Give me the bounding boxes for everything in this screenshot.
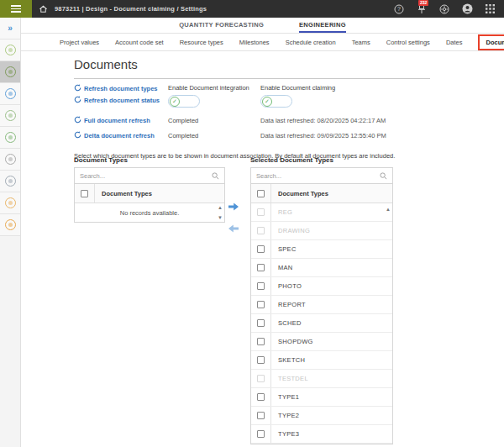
document-type-row[interactable]: REPORT [251, 296, 392, 314]
move-right-arrow-button[interactable] [228, 199, 239, 208]
document-type-row[interactable]: REG [251, 203, 392, 222]
module-document-icon[interactable] [0, 171, 20, 192]
delta-refresh-info: Data last refreshed: 09/09/2025 12:55:40… [260, 132, 430, 140]
account-icon[interactable] [461, 3, 473, 15]
subtab[interactable]: Control settings [386, 39, 430, 46]
row-checkbox[interactable] [257, 338, 265, 345]
document-type-row[interactable]: SKETCH [251, 351, 392, 370]
column-header: Document Types [271, 190, 328, 197]
selected-document-types-panel: Selected Document Types Document Types R… [250, 156, 393, 447]
module-report-icon[interactable] [0, 192, 20, 214]
module-explore-icon[interactable] [0, 214, 20, 236]
row-checkbox[interactable] [257, 301, 265, 308]
row-checkbox[interactable] [257, 319, 265, 327]
document-type-row[interactable]: SCHED [251, 314, 392, 333]
search-icon [380, 168, 387, 183]
subtab[interactable]: Project values [60, 39, 99, 46]
selected-search-input[interactable] [256, 172, 380, 180]
row-checkbox[interactable] [257, 430, 265, 438]
subtabbar: Project values Account code set Resource… [21, 34, 504, 51]
toggle-check-icon: ✓ [170, 97, 180, 107]
module-target-icon[interactable] [0, 83, 20, 105]
subtab[interactable]: Schedule creation [286, 39, 336, 46]
refresh-links: Refresh document types Refresh document … [74, 84, 168, 110]
module-estimate-icon[interactable] [0, 105, 20, 127]
module-compliance-icon[interactable] [0, 149, 20, 171]
available-document-types-panel: Document Types Document Types No records… [74, 156, 225, 223]
available-table-header: Document Types [75, 184, 224, 203]
claiming-toggle[interactable]: ✓ [260, 95, 292, 108]
subtab[interactable]: Milestones [239, 39, 270, 46]
full-refresh-info: Data last refreshed: 08/20/2025 04:22:17… [260, 117, 430, 125]
claiming-label: Enable Document claiming [260, 84, 430, 92]
available-list-title: Document Types [74, 156, 225, 164]
full-document-refresh-link[interactable]: Full document refresh [74, 116, 150, 125]
refresh-icon [74, 131, 81, 140]
row-checkbox[interactable] [257, 375, 265, 382]
selected-table-body: REG DRAWING SPEC MAN [251, 203, 392, 444]
settings-icon[interactable] [438, 3, 450, 15]
document-type-row[interactable]: TYPE1 [251, 388, 392, 407]
available-table: Document Types No records available. ▲ ▼ [74, 184, 225, 223]
subtab[interactable]: Account code set [115, 39, 164, 46]
module-gauge-icon[interactable] [0, 39, 20, 61]
integration-label: Enable Document integration [168, 84, 260, 92]
scroll-up-icon[interactable]: ▲ [386, 207, 391, 212]
document-type-row[interactable]: TYPE2 [251, 407, 392, 425]
apps-grid-icon[interactable] [484, 3, 496, 15]
delta-refresh-status: Completed [168, 132, 260, 140]
select-all-checkbox[interactable] [257, 190, 265, 197]
document-type-row[interactable]: SPEC [251, 240, 392, 259]
row-checkbox[interactable] [257, 245, 265, 253]
title-divider [74, 78, 430, 79]
home-icon[interactable] [39, 4, 48, 13]
refresh-icon [74, 116, 81, 125]
row-checkbox[interactable] [257, 227, 265, 234]
menu-icon[interactable] [0, 0, 32, 18]
subtab[interactable]: Teams [352, 39, 370, 46]
row-checkbox[interactable] [257, 282, 265, 290]
document-type-row[interactable]: TESTDEL [251, 370, 392, 388]
refresh-icon [74, 96, 81, 105]
move-left-arrow-button[interactable] [228, 221, 239, 229]
help-icon[interactable]: ? [393, 3, 405, 15]
refresh-document-types-link[interactable]: Refresh document types [74, 84, 168, 93]
tab[interactable]: ENGINEERING [299, 18, 346, 33]
subtab[interactable]: Documents [478, 34, 504, 50]
document-type-row[interactable]: MAN [251, 259, 392, 277]
transfer-controls [228, 199, 239, 229]
delta-document-refresh-link[interactable]: Delta document refresh [74, 131, 155, 140]
row-checkbox[interactable] [257, 412, 265, 419]
row-checkbox[interactable] [257, 393, 265, 401]
scroll-up-icon[interactable]: ▲ [218, 205, 223, 210]
page-title: Documents [74, 57, 138, 71]
sidebar-expand-button[interactable]: » [0, 18, 20, 39]
document-type-row[interactable]: PHOTO [251, 277, 392, 296]
tab[interactable]: QUANTITY FORECASTING [179, 18, 264, 33]
row-checkbox[interactable] [257, 264, 265, 271]
notification-badge: 232 [418, 0, 428, 6]
chevron-double-right-icon: » [8, 24, 13, 33]
column-header: Document Types [95, 190, 152, 197]
row-checkbox[interactable] [257, 208, 265, 216]
selected-list-title: Selected Document Types [250, 156, 393, 164]
module-plan-icon[interactable] [0, 127, 20, 149]
available-searchbox [74, 167, 225, 184]
subtab[interactable]: Dates [446, 39, 463, 46]
available-search-input[interactable] [80, 172, 212, 180]
available-table-body: No records available. ▲ ▼ [75, 203, 224, 222]
breadcrumb: 9873211 | Design - Document claiming / S… [55, 5, 207, 13]
subtab[interactable]: Resource types [180, 39, 223, 46]
integration-toggle[interactable]: ✓ [168, 95, 200, 108]
module-control-icon[interactable] [0, 61, 20, 83]
document-type-row[interactable]: TYPE3 [251, 425, 392, 444]
scroll-down-icon[interactable]: ▼ [218, 215, 223, 220]
document-type-row[interactable]: SHOPDWG [251, 333, 392, 351]
pin-notification-icon[interactable]: 232 [416, 3, 428, 15]
empty-message: No records available. [120, 209, 179, 217]
document-type-row[interactable]: DRAWING [251, 222, 392, 240]
topbar-actions: ? 232 [393, 3, 504, 15]
refresh-document-status-link[interactable]: Refresh document status [74, 96, 168, 105]
select-all-checkbox[interactable] [81, 190, 88, 197]
row-checkbox[interactable] [257, 356, 265, 364]
